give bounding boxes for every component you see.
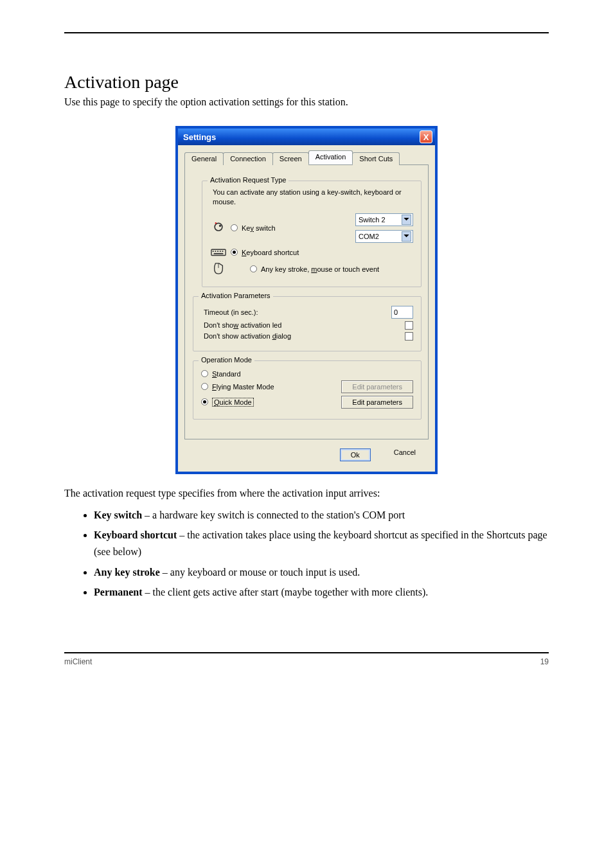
tab-general[interactable]: General — [184, 152, 224, 165]
list-item: Any key stroke – any keyboard or mouse o… — [94, 564, 549, 581]
list-item: Permanent – the client gets active after… — [94, 584, 549, 601]
label-dont-show-led: Don't show activation led — [204, 321, 281, 329]
tab-screen[interactable]: Screen — [272, 152, 309, 165]
dropdown-com[interactable]: COM2 — [355, 230, 413, 243]
footer-left: miClient — [64, 657, 92, 666]
svg-rect-4 — [213, 251, 214, 252]
dropdown-com-value: COM2 — [359, 233, 379, 240]
label-quick-mode: Quick Mode — [212, 398, 254, 406]
group-activation-request: Activation Request Type You can activate… — [202, 181, 422, 287]
keyboard-icon — [210, 245, 227, 260]
legend-operation-mode: Operation Mode — [199, 356, 254, 364]
label-any-key: Any key stroke, mouse or touch event — [261, 265, 379, 273]
tab-connection[interactable]: Connection — [223, 152, 273, 165]
svg-point-0 — [215, 223, 222, 231]
label-timeout: Timeout (in sec.): — [204, 308, 258, 316]
dropdown-switch[interactable]: Switch 2 — [355, 213, 413, 226]
edit-quick-parameters-button[interactable]: Edit parameters — [341, 396, 413, 409]
tab-shortcuts[interactable]: Short Cuts — [352, 152, 400, 165]
svg-rect-8 — [222, 251, 224, 252]
cancel-button[interactable]: Cancel — [394, 448, 416, 461]
chevron-down-icon — [402, 215, 411, 225]
label-key-switch: Key switch — [242, 224, 276, 232]
dialog-titlebar: Settings X — [178, 128, 435, 145]
list-item: Key switch – a hardware key switch is co… — [94, 507, 549, 524]
checkbox-dont-show-led[interactable] — [405, 321, 413, 330]
mouse-icon — [210, 262, 227, 276]
list-item: Keyboard shortcut – the activation takes… — [94, 527, 549, 560]
label-standard: Standard — [212, 370, 241, 378]
key-switch-icon — [210, 221, 227, 235]
legend-activation-params: Activation Parameters — [199, 292, 273, 299]
svg-point-2 — [215, 222, 217, 224]
page-subtitle: Use this page to specify the option acti… — [64, 96, 549, 108]
settings-dialog: Settings X General Connection Screen Act… — [175, 126, 438, 474]
tab-strip: General Connection Screen Activation Sho… — [184, 150, 429, 165]
checkbox-dont-show-dialog[interactable] — [405, 332, 413, 341]
svg-point-1 — [219, 225, 221, 227]
bullet-list: Key switch – a hardware key switch is co… — [64, 507, 549, 601]
footer-right: 19 — [540, 657, 549, 666]
dialog-title: Settings — [183, 132, 420, 142]
radio-key-switch[interactable] — [231, 224, 238, 231]
svg-rect-3 — [211, 249, 226, 255]
input-timeout[interactable] — [391, 306, 413, 319]
legend-activation-request: Activation Request Type — [208, 176, 289, 184]
label-dont-show-dialog: Don't show activation dialog — [204, 332, 291, 340]
radio-keyboard-shortcut[interactable] — [231, 249, 238, 256]
close-icon: X — [423, 132, 429, 142]
label-flying-master: Flying Master Mode — [212, 383, 274, 391]
page-title: Activation page — [64, 72, 549, 93]
svg-rect-9 — [214, 253, 224, 254]
chevron-down-icon — [402, 231, 411, 242]
activation-hint: You can activate any station using a key… — [213, 188, 413, 207]
radio-standard[interactable] — [201, 370, 208, 377]
edit-flying-parameters-button: Edit parameters — [341, 380, 413, 393]
label-keyboard-shortcut: Keyboard shortcut — [242, 249, 299, 256]
svg-rect-6 — [217, 251, 218, 252]
body-text: The activation request type specifies fr… — [64, 486, 549, 500]
svg-rect-5 — [215, 251, 216, 252]
group-activation-params: Activation Parameters Timeout (in sec.):… — [193, 296, 422, 351]
radio-any-key[interactable] — [250, 265, 257, 272]
radio-flying-master[interactable] — [201, 383, 208, 390]
ok-button[interactable]: Ok — [340, 448, 371, 461]
group-operation-mode: Operation Mode Standard Flying — [193, 360, 422, 420]
dropdown-switch-value: Switch 2 — [359, 216, 386, 224]
radio-quick-mode[interactable] — [201, 398, 208, 405]
close-button[interactable]: X — [420, 130, 432, 143]
svg-rect-7 — [220, 251, 221, 252]
tab-activation[interactable]: Activation — [308, 150, 353, 164]
